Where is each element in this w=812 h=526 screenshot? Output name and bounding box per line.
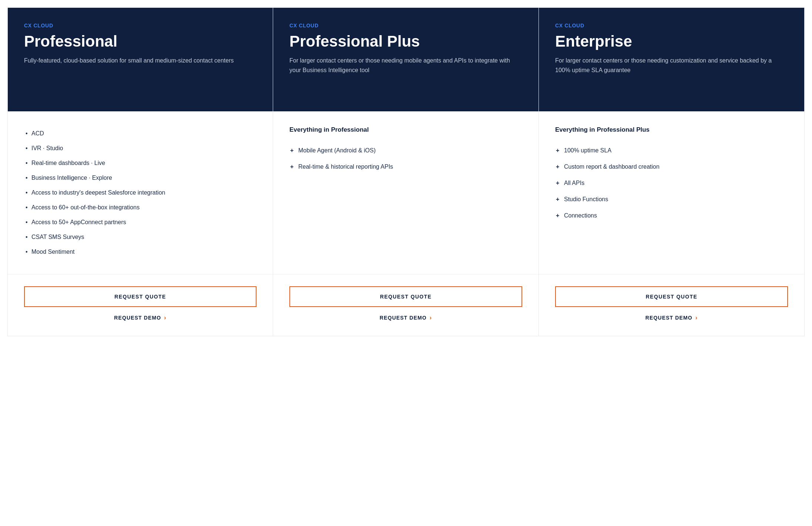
list-item: Real-time & historical reporting APIs <box>289 159 522 175</box>
features-title-professional-plus: Everything in Professional <box>289 126 522 134</box>
request-quote-button-enterprise[interactable]: REQUEST QUOTE <box>555 286 788 307</box>
request-demo-button-enterprise[interactable]: REQUEST DEMO› <box>645 314 698 321</box>
list-item: Mobile Agent (Android & iOS) <box>289 142 522 159</box>
request-demo-label: REQUEST DEMO <box>645 315 692 321</box>
list-item: Custom report & dashboard creation <box>555 159 788 175</box>
chevron-right-icon: › <box>695 314 698 321</box>
request-quote-button-professional[interactable]: REQUEST QUOTE <box>24 286 256 307</box>
plan-label-professional-plus: CX CLOUD <box>289 23 522 28</box>
list-item: Access to industry's deepest Salesforce … <box>24 185 256 200</box>
features-title-enterprise: Everything in Professional Plus <box>555 126 788 134</box>
list-item: CSAT SMS Surveys <box>24 230 256 245</box>
plan-header-professional: CX CLOUDProfessionalFully-featured, clou… <box>8 8 273 111</box>
plan-description-enterprise: For larger contact centers or those need… <box>555 56 788 75</box>
plan-header-professional-plus: CX CLOUDProfessional PlusFor larger cont… <box>273 8 538 111</box>
request-demo-label: REQUEST DEMO <box>380 315 427 321</box>
list-item: IVR · Studio <box>24 141 256 156</box>
list-item: 100% uptime SLA <box>555 142 788 159</box>
feature-list-professional: ACDIVR · StudioReal-time dashboards · Li… <box>24 126 256 259</box>
list-item: Access to 60+ out-of-the-box integration… <box>24 200 256 215</box>
plan-description-professional-plus: For larger contact centers or those need… <box>289 56 522 75</box>
plan-features-enterprise: Everything in Professional Plus100% upti… <box>539 111 804 274</box>
plan-card-professional: CX CLOUDProfessionalFully-featured, clou… <box>7 7 273 336</box>
list-item: Mood Sentiment <box>24 245 256 259</box>
request-quote-button-professional-plus[interactable]: REQUEST QUOTE <box>289 286 522 307</box>
plan-header-enterprise: CX CLOUDEnterpriseFor larger contact cen… <box>539 8 804 111</box>
plan-features-professional-plus: Everything in ProfessionalMobile Agent (… <box>273 111 538 274</box>
chevron-right-icon: › <box>164 314 166 321</box>
plan-name-professional: Professional <box>24 33 256 50</box>
request-demo-button-professional[interactable]: REQUEST DEMO› <box>114 314 166 321</box>
feature-list-professional-plus: Mobile Agent (Android & iOS)Real-time & … <box>289 142 522 175</box>
plan-footer-professional-plus: REQUEST QUOTEREQUEST DEMO› <box>273 274 538 336</box>
feature-list-enterprise: 100% uptime SLACustom report & dashboard… <box>555 142 788 224</box>
plan-footer-enterprise: REQUEST QUOTEREQUEST DEMO› <box>539 274 804 336</box>
plan-description-professional: Fully-featured, cloud-based solution for… <box>24 56 256 65</box>
pricing-grid: CX CLOUDProfessionalFully-featured, clou… <box>7 7 805 336</box>
list-item: Real-time dashboards · Live <box>24 156 256 171</box>
list-item: Access to 50+ AppConnect partners <box>24 215 256 230</box>
plan-footer-professional: REQUEST QUOTEREQUEST DEMO› <box>8 274 273 336</box>
plan-label-enterprise: CX CLOUD <box>555 23 788 28</box>
list-item: Connections <box>555 208 788 224</box>
plan-name-professional-plus: Professional Plus <box>289 33 522 50</box>
list-item: Business Intelligence · Explore <box>24 171 256 185</box>
request-demo-label: REQUEST DEMO <box>114 315 161 321</box>
plan-label-professional: CX CLOUD <box>24 23 256 28</box>
list-item: All APIs <box>555 175 788 191</box>
list-item: ACD <box>24 126 256 141</box>
plan-features-professional: ACDIVR · StudioReal-time dashboards · Li… <box>8 111 273 274</box>
request-demo-button-professional-plus[interactable]: REQUEST DEMO› <box>380 314 432 321</box>
plan-name-enterprise: Enterprise <box>555 33 788 50</box>
chevron-right-icon: › <box>430 314 432 321</box>
plan-card-professional-plus: CX CLOUDProfessional PlusFor larger cont… <box>273 7 539 336</box>
plan-card-enterprise: CX CLOUDEnterpriseFor larger contact cen… <box>539 7 805 336</box>
list-item: Studio Functions <box>555 191 788 208</box>
